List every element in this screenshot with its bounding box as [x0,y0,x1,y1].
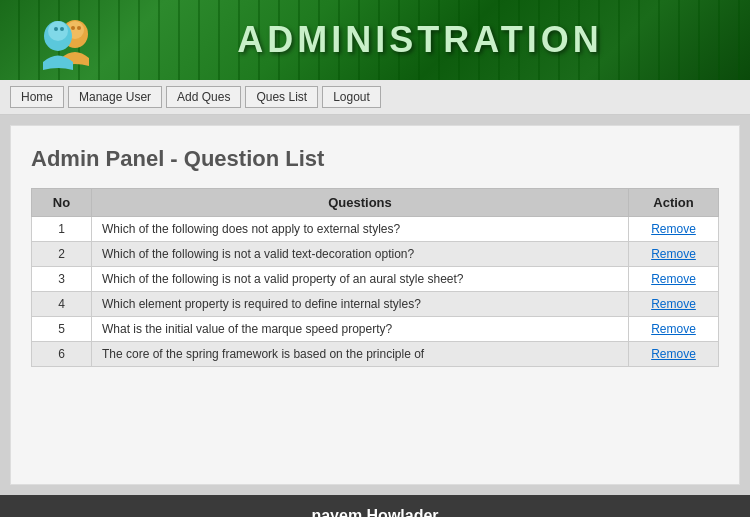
add-ques-button[interactable]: Add Ques [166,86,241,108]
row-no: 4 [32,292,92,317]
remove-link[interactable]: Remove [651,272,696,286]
row-no: 2 [32,242,92,267]
table-row: 4Which element property is required to d… [32,292,719,317]
row-question: Which of the following is not a valid te… [92,242,629,267]
row-question: Which of the following does not apply to… [92,217,629,242]
row-no: 6 [32,342,92,367]
questions-table: No Questions Action 1Which of the follow… [31,188,719,367]
table-row: 1Which of the following does not apply t… [32,217,719,242]
row-question: The core of the spring framework is base… [92,342,629,367]
col-header-no: No [32,189,92,217]
row-question: Which of the following is not a valid pr… [92,267,629,292]
row-no: 3 [32,267,92,292]
main-content: Admin Panel - Question List No Questions… [10,125,740,485]
row-action: Remove [629,267,719,292]
footer: nayem Howlader [0,495,750,517]
header-icon [20,5,110,75]
row-question: Which element property is required to de… [92,292,629,317]
home-button[interactable]: Home [10,86,64,108]
remove-link[interactable]: Remove [651,347,696,361]
col-header-action: Action [629,189,719,217]
svg-point-5 [60,27,64,31]
svg-point-6 [71,26,75,30]
header-title: ADMINISTRATION [110,19,730,61]
panel-title: Admin Panel - Question List [31,146,719,172]
row-question: What is the initial value of the marque … [92,317,629,342]
logout-button[interactable]: Logout [322,86,381,108]
table-row: 3Which of the following is not a valid p… [32,267,719,292]
svg-point-7 [77,26,81,30]
navbar: Home Manage User Add Ques Ques List Logo… [0,80,750,115]
remove-link[interactable]: Remove [651,297,696,311]
svg-point-4 [54,27,58,31]
row-action: Remove [629,317,719,342]
row-no: 5 [32,317,92,342]
row-action: Remove [629,242,719,267]
table-row: 5What is the initial value of the marque… [32,317,719,342]
ques-list-button[interactable]: Ques List [245,86,318,108]
manage-user-button[interactable]: Manage User [68,86,162,108]
row-action: Remove [629,292,719,317]
svg-point-3 [48,21,68,41]
table-row: 2Which of the following is not a valid t… [32,242,719,267]
row-no: 1 [32,217,92,242]
remove-link[interactable]: Remove [651,247,696,261]
table-row: 6The core of the spring framework is bas… [32,342,719,367]
footer-text: nayem Howlader [311,507,438,517]
row-action: Remove [629,217,719,242]
row-action: Remove [629,342,719,367]
remove-link[interactable]: Remove [651,322,696,336]
remove-link[interactable]: Remove [651,222,696,236]
col-header-questions: Questions [92,189,629,217]
header: ADMINISTRATION [0,0,750,80]
